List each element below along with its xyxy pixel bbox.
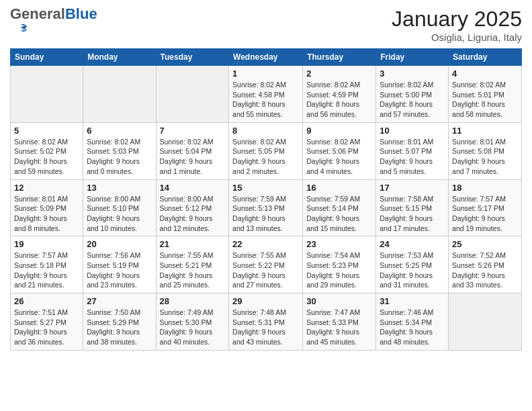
week-row-5: 26Sunrise: 7:51 AMSunset: 5:27 PMDayligh… — [11, 293, 522, 351]
day-cell: 25Sunrise: 7:52 AMSunset: 5:26 PMDayligh… — [449, 236, 522, 293]
day-cell: 16Sunrise: 7:59 AMSunset: 5:14 PMDayligh… — [303, 179, 376, 236]
day-cell: 1Sunrise: 8:02 AMSunset: 4:58 PMDaylight… — [229, 66, 303, 123]
day-number: 13 — [87, 183, 152, 193]
day-cell: 17Sunrise: 7:58 AMSunset: 5:15 PMDayligh… — [376, 179, 449, 236]
day-cell — [83, 66, 156, 123]
day-number: 16 — [306, 183, 372, 193]
day-number: 9 — [306, 126, 372, 136]
day-cell: 31Sunrise: 7:46 AMSunset: 5:34 PMDayligh… — [376, 293, 449, 351]
header: GeneralBlue January 2025 Osiglia, Liguri… — [10, 7, 522, 43]
day-cell: 7Sunrise: 8:02 AMSunset: 5:04 PMDaylight… — [156, 122, 229, 179]
day-number: 31 — [380, 296, 445, 306]
week-row-2: 5Sunrise: 8:02 AMSunset: 5:02 PMDaylight… — [11, 122, 522, 179]
day-number: 21 — [160, 239, 226, 249]
day-number: 15 — [232, 183, 299, 193]
day-info: Sunrise: 7:56 AMSunset: 5:19 PMDaylight:… — [87, 250, 152, 290]
day-info: Sunrise: 8:02 AMSunset: 5:01 PMDaylight:… — [452, 80, 518, 120]
day-number: 26 — [14, 296, 79, 306]
day-number: 22 — [232, 239, 299, 249]
day-info: Sunrise: 7:50 AMSunset: 5:29 PMDaylight:… — [87, 308, 152, 347]
day-number: 27 — [87, 296, 152, 306]
day-number: 29 — [232, 296, 299, 306]
calendar-subtitle: Osiglia, Liguria, Italy — [392, 32, 522, 43]
day-number: 1 — [232, 68, 299, 79]
week-row-1: 1Sunrise: 8:02 AMSunset: 4:58 PMDaylight… — [11, 66, 522, 123]
day-number: 23 — [306, 239, 372, 249]
weekday-header-row: SundayMondayTuesdayWednesdayThursdayFrid… — [11, 49, 522, 66]
day-cell — [156, 66, 229, 123]
day-info: Sunrise: 7:54 AMSunset: 5:23 PMDaylight:… — [306, 250, 372, 290]
day-info: Sunrise: 8:02 AMSunset: 5:02 PMDaylight:… — [14, 137, 79, 177]
day-info: Sunrise: 7:52 AMSunset: 5:26 PMDaylight:… — [452, 250, 518, 290]
day-info: Sunrise: 8:02 AMSunset: 5:06 PMDaylight:… — [306, 137, 372, 177]
day-info: Sunrise: 7:49 AMSunset: 5:30 PMDaylight:… — [160, 308, 226, 347]
day-number: 28 — [160, 296, 226, 306]
day-cell: 19Sunrise: 7:57 AMSunset: 5:18 PMDayligh… — [11, 236, 83, 293]
day-cell — [11, 66, 83, 123]
day-number: 3 — [380, 68, 445, 79]
week-row-4: 19Sunrise: 7:57 AMSunset: 5:18 PMDayligh… — [11, 236, 522, 293]
day-cell: 20Sunrise: 7:56 AMSunset: 5:19 PMDayligh… — [83, 236, 156, 293]
day-cell: 11Sunrise: 8:01 AMSunset: 5:08 PMDayligh… — [449, 122, 522, 179]
calendar-table: SundayMondayTuesdayWednesdayThursdayFrid… — [10, 48, 522, 351]
day-cell: 30Sunrise: 7:47 AMSunset: 5:33 PMDayligh… — [303, 293, 376, 351]
day-info: Sunrise: 8:02 AMSunset: 5:00 PMDaylight:… — [380, 80, 445, 120]
day-number: 14 — [160, 183, 226, 193]
day-cell: 6Sunrise: 8:02 AMSunset: 5:03 PMDaylight… — [83, 122, 156, 179]
day-info: Sunrise: 7:53 AMSunset: 5:25 PMDaylight:… — [380, 250, 445, 290]
day-number: 12 — [14, 183, 79, 193]
day-number: 7 — [160, 126, 226, 136]
day-number: 17 — [380, 183, 445, 193]
week-row-3: 12Sunrise: 8:01 AMSunset: 5:09 PMDayligh… — [11, 179, 522, 236]
day-info: Sunrise: 8:02 AMSunset: 5:03 PMDaylight:… — [87, 137, 152, 177]
weekday-header-friday: Friday — [376, 49, 449, 66]
day-number: 6 — [87, 126, 152, 136]
weekday-header-wednesday: Wednesday — [229, 49, 303, 66]
calendar-header: SundayMondayTuesdayWednesdayThursdayFrid… — [11, 49, 522, 66]
day-cell: 26Sunrise: 7:51 AMSunset: 5:27 PMDayligh… — [11, 293, 83, 351]
day-info: Sunrise: 7:59 AMSunset: 5:14 PMDaylight:… — [306, 194, 372, 234]
day-cell: 4Sunrise: 8:02 AMSunset: 5:01 PMDaylight… — [449, 66, 522, 123]
day-cell: 14Sunrise: 8:00 AMSunset: 5:12 PMDayligh… — [156, 179, 229, 236]
day-info: Sunrise: 7:46 AMSunset: 5:34 PMDaylight:… — [380, 308, 445, 347]
logo: GeneralBlue — [10, 7, 97, 43]
day-number: 25 — [452, 239, 518, 249]
day-info: Sunrise: 8:02 AMSunset: 5:04 PMDaylight:… — [160, 137, 226, 177]
weekday-header-monday: Monday — [83, 49, 156, 66]
day-cell: 12Sunrise: 8:01 AMSunset: 5:09 PMDayligh… — [11, 179, 83, 236]
day-number: 8 — [232, 126, 299, 136]
day-info: Sunrise: 7:55 AMSunset: 5:21 PMDaylight:… — [160, 250, 226, 290]
day-info: Sunrise: 8:02 AMSunset: 4:59 PMDaylight:… — [306, 80, 372, 120]
day-cell: 22Sunrise: 7:55 AMSunset: 5:22 PMDayligh… — [229, 236, 303, 293]
day-info: Sunrise: 7:57 AMSunset: 5:17 PMDaylight:… — [452, 194, 518, 234]
day-number: 19 — [14, 239, 79, 249]
day-info: Sunrise: 7:57 AMSunset: 5:18 PMDaylight:… — [14, 250, 79, 290]
day-info: Sunrise: 8:01 AMSunset: 5:09 PMDaylight:… — [14, 194, 79, 234]
day-info: Sunrise: 8:00 AMSunset: 5:10 PMDaylight:… — [87, 194, 152, 234]
title-block: January 2025 Osiglia, Liguria, Italy — [392, 7, 522, 43]
day-info: Sunrise: 7:48 AMSunset: 5:31 PMDaylight:… — [232, 308, 299, 347]
day-info: Sunrise: 7:51 AMSunset: 5:27 PMDaylight:… — [14, 308, 79, 347]
weekday-header-saturday: Saturday — [449, 49, 522, 66]
weekday-header-thursday: Thursday — [303, 49, 376, 66]
day-info: Sunrise: 8:01 AMSunset: 5:07 PMDaylight:… — [380, 137, 445, 177]
logo-general-text: General — [10, 5, 65, 22]
day-number: 24 — [380, 239, 445, 249]
day-number: 20 — [87, 239, 152, 249]
day-number: 10 — [380, 126, 445, 136]
day-cell: 21Sunrise: 7:55 AMSunset: 5:21 PMDayligh… — [156, 236, 229, 293]
logo-blue-text: Blue — [65, 5, 97, 22]
weekday-header-tuesday: Tuesday — [156, 49, 229, 66]
day-cell: 28Sunrise: 7:49 AMSunset: 5:30 PMDayligh… — [156, 293, 229, 351]
day-cell: 8Sunrise: 8:02 AMSunset: 5:05 PMDaylight… — [229, 122, 303, 179]
day-cell — [449, 293, 522, 351]
day-info: Sunrise: 7:58 AMSunset: 5:15 PMDaylight:… — [380, 194, 445, 234]
day-cell: 23Sunrise: 7:54 AMSunset: 5:23 PMDayligh… — [303, 236, 376, 293]
day-cell: 24Sunrise: 7:53 AMSunset: 5:25 PMDayligh… — [376, 236, 449, 293]
day-number: 11 — [452, 126, 518, 136]
day-info: Sunrise: 8:02 AMSunset: 4:58 PMDaylight:… — [232, 80, 299, 120]
day-cell: 13Sunrise: 8:00 AMSunset: 5:10 PMDayligh… — [83, 179, 156, 236]
day-cell: 29Sunrise: 7:48 AMSunset: 5:31 PMDayligh… — [229, 293, 303, 351]
day-info: Sunrise: 7:59 AMSunset: 5:13 PMDaylight:… — [232, 194, 299, 234]
logo-icon — [11, 21, 30, 40]
